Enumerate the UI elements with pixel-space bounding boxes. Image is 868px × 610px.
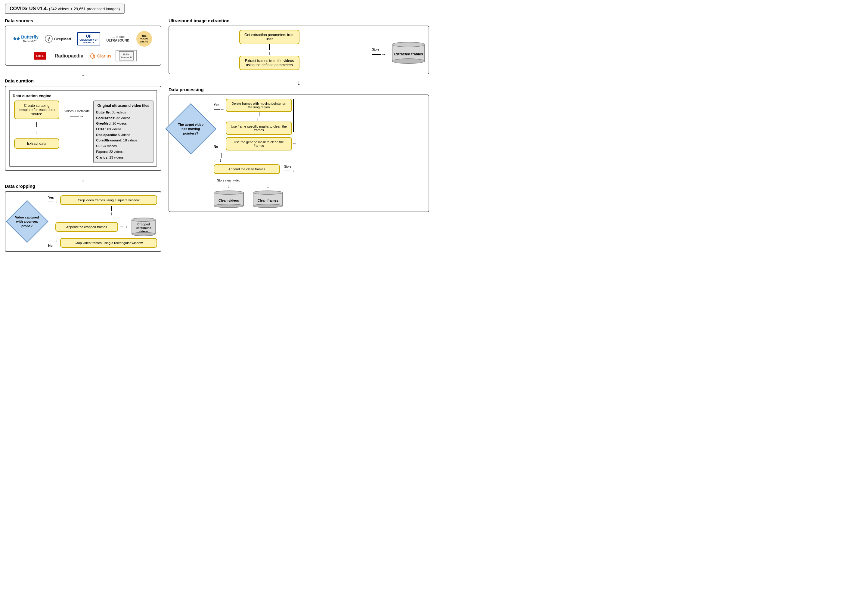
cropping-diamond-wrap: Video captured with a convex probe? [9,203,45,240]
append-clean-box: Append the clean frames [214,164,280,174]
diamond-text: Video captured with a convex probe? [15,215,39,228]
proc-yes-boxes: Delete frames with moving pointer on the… [226,99,292,135]
sources-grid: Butterfly Network™ GrepMed UF [9,30,157,61]
page: COVIDx-US v1.4. (242 videos + 29,651 pro… [0,0,434,260]
data-cropping-heading: Data cropping [5,184,161,189]
arrow-to-cylinder: → [120,224,128,230]
yes-label: Yes [48,196,54,199]
data-sources-panel: Butterfly Network™ GrepMed UF [5,26,161,66]
vf-item-5: CoreUltrasound: 18 videos [96,138,151,143]
processing-diamond-wrap: The target video has moving pointers? [173,111,209,147]
store-arrow-right: → [284,168,295,173]
engine-title: Data curation engine [12,94,153,98]
store-arrow: → [372,52,386,57]
diamond-shape: Video captured with a convex probe? [6,200,48,243]
extract-data-box: Extract data [14,138,59,149]
arrow-down-to-append-clean: ↓ [219,158,425,163]
engine-left: Create scraping template for each data s… [12,101,61,149]
yes-label-wrap: Yes → [214,103,225,112]
store-to-clean-wrap: Store → [284,165,295,173]
clarius-logo: Clarius [88,51,113,60]
extracted-frames-cylinder: Extracted frames [392,42,425,64]
arrow-extraction-to-processing: ↓ [169,79,429,87]
ultrasound-extraction-heading: Ultrasound image extraction [169,18,429,23]
video-files-title: Original ultrasound video files [96,104,151,108]
arrow-curation-to-cropping: ↓ [5,175,161,184]
engine-panel: Data curation engine Create scraping tem… [9,90,157,167]
extraction-left: Get extraction parameters from user ↓ Ex… [173,30,366,70]
store-arrow-wrap: Store → [372,48,386,57]
clean-frames-wrap: ↓ Clean frames [253,184,283,208]
engine-right: Original ultrasound video files Butterfl… [93,101,154,163]
cropped-output-cylinder: Cropped ultrasound videos [130,218,157,236]
output-cylinders-row: Store clean video ↓ Clean videos ↓ [214,179,425,208]
data-curation-panel: Data curation engine Create scraping tem… [5,86,161,171]
vf-item-3: LITFL: 63 videos [96,126,151,132]
videos-metadata-label: Videos + metadata [64,110,90,113]
videos-metadata-arrow: Videos + metadata → [64,110,90,119]
vf-item-0: Butterfly: 35 videos [96,110,151,115]
delete-frames-box: Delete frames with moving pointer on the… [226,99,292,112]
vf-item-2: GrepMed: 20 videos [96,121,151,126]
core-ultrasound-logo: ▪▪▪▪ CORE ULTRASOUND [104,34,131,43]
store-label-2: Store [284,165,291,168]
arrow-down-specific: ↓ [256,116,259,122]
extraction-panel: Get extraction parameters from user ↓ Ex… [169,26,429,74]
no-label: No [48,244,53,248]
store-label: Store [372,48,379,51]
video-files-list: Butterfly: 35 videos PocusAtlas: 32 vide… [96,110,151,160]
grepmed-logo: GrepMed [43,33,73,44]
data-processing-panel: The target video has moving pointers? Ye… [169,94,429,212]
title-box: COVIDx-US v1.4. (242 videos + 29,651 pro… [5,4,125,14]
data-processing-heading: Data processing [169,87,429,92]
arrow-scraping-to-extract [36,122,37,127]
no-arrow: → No [48,238,58,248]
video-files-box: Original ultrasound video files Butterfl… [93,101,154,163]
processing-diamond: The target video has moving pointers? [165,103,216,154]
yes-branch-row: Yes → Crop video frames using a square w… [48,195,157,205]
diamond-container: Video captured with a convex probe? [9,203,45,240]
arrow-params-to-extract [269,44,270,50]
right-bracket-wrap [293,99,294,132]
arrow-down-to-append: ↓ [66,211,157,217]
vf-item-7: Papers: 22 videos [96,149,151,155]
journal-logo: ISSN Journal R [116,50,136,61]
rect-crop-box: Crop video frames using a rectangular wi… [60,238,157,248]
arrow-sources-to-curation: ↓ [5,70,161,78]
append-clean-row: Append the clean frames Store → [214,164,425,174]
vf-item-1: PocusAtlas: 32 videos [96,115,151,121]
data-sources-heading: Data sources [5,18,161,23]
processing-layout: The target video has moving pointers? Ye… [173,99,425,208]
arrow-down-extract: ↓ [268,50,271,56]
data-cropping-panel: Video captured with a convex probe? Yes [5,191,161,252]
vf-item-8: Clarius: 23 videos [96,155,151,160]
right-column: Ultrasound image extraction Get extracti… [169,18,429,217]
processing-diamond-text: The target video has moving pointers? [176,122,206,135]
proc-no-branch: → No Use the generic mask to clean the f… [214,137,425,150]
generic-to-append-arrow [293,144,296,144]
sub-title: (242 videos + 29,651 processed images) [49,7,120,11]
proc-yes-branch: Yes → Delete frames with moving pointer … [214,99,425,135]
radiopaedia-logo: Radiopaedia [53,52,85,60]
arrow-down-extract: ↓ [36,130,38,135]
extraction-inner: Get extraction parameters from user ↓ Ex… [173,30,425,70]
vf-item-4: Radiopaedia: 5 videos [96,132,151,138]
clean-videos-wrap: Store clean video ↓ Clean videos [214,179,244,208]
crop-branches: Yes → Crop video frames using a square w… [48,195,157,248]
store-clean-video-label: Store clean video [217,179,240,182]
vf-item-6: UF: 24 videos [96,143,151,149]
append-cropped-box: Append the cropped frames [55,222,118,232]
frame-specific-masks-box: Use frame-specific masks to clean the fr… [226,122,292,135]
no-branch-row: → No Crop video frames using a rectangul… [48,238,157,248]
no-label-wrap: → No [214,139,225,149]
processing-branches: Yes → Delete frames with moving pointer … [214,99,425,208]
butterfly-logo: Butterfly Network™ [11,33,40,44]
data-curation-heading: Data curation [5,78,161,84]
generic-mask-box: Use the generic mask to clean the frames [226,137,292,150]
arrow-delete-to-specific [259,112,259,116]
square-crop-box: Crop video frames using a square window [60,195,157,205]
pocusatlas-logo: THEPOCUSATLAS [133,30,155,48]
proc-no-label: No [214,145,218,149]
arrow-to-append-wrap [222,153,425,158]
proc-yes-label: Yes [214,103,219,107]
